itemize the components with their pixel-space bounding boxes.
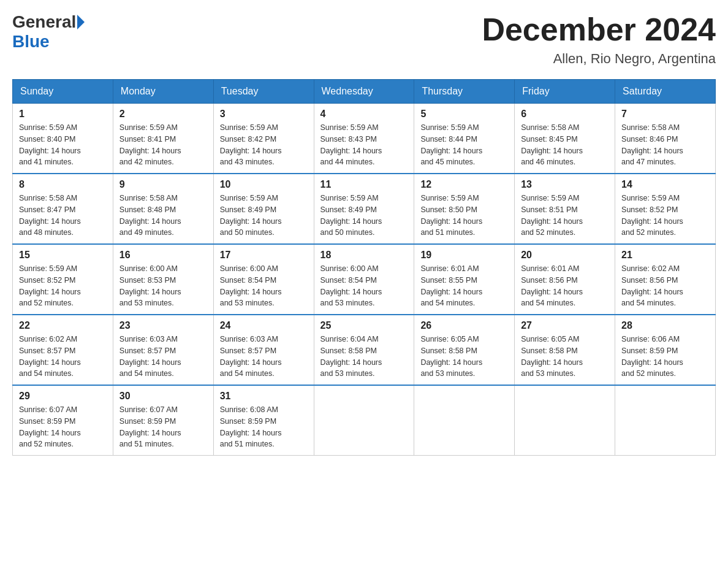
- weekday-header-saturday: Saturday: [615, 80, 716, 104]
- day-info: Sunrise: 5:59 AMSunset: 8:43 PMDaylight:…: [320, 122, 408, 168]
- day-info: Sunrise: 5:58 AMSunset: 8:48 PMDaylight:…: [119, 193, 207, 239]
- day-info: Sunrise: 5:59 AMSunset: 8:49 PMDaylight:…: [220, 193, 308, 239]
- calendar-day-cell: 18Sunrise: 6:00 AMSunset: 8:54 PMDayligh…: [314, 244, 414, 315]
- day-info: Sunrise: 6:00 AMSunset: 8:53 PMDaylight:…: [119, 263, 207, 309]
- day-number: 19: [420, 250, 508, 261]
- calendar-day-cell: 9Sunrise: 5:58 AMSunset: 8:48 PMDaylight…: [113, 174, 213, 244]
- day-info: Sunrise: 5:59 AMSunset: 8:42 PMDaylight:…: [220, 122, 308, 168]
- calendar-day-cell: 13Sunrise: 5:59 AMSunset: 8:51 PMDayligh…: [515, 174, 615, 244]
- day-info: Sunrise: 5:59 AMSunset: 8:44 PMDaylight:…: [420, 122, 508, 168]
- calendar-day-cell: 16Sunrise: 6:00 AMSunset: 8:53 PMDayligh…: [113, 244, 213, 315]
- calendar-day-cell: 8Sunrise: 5:58 AMSunset: 8:47 PMDaylight…: [13, 174, 113, 244]
- calendar-day-cell: 23Sunrise: 6:03 AMSunset: 8:57 PMDayligh…: [113, 315, 213, 385]
- day-info: Sunrise: 6:01 AMSunset: 8:56 PMDaylight:…: [521, 263, 609, 309]
- calendar-week-row: 15Sunrise: 5:59 AMSunset: 8:52 PMDayligh…: [13, 244, 716, 315]
- day-number: 18: [320, 250, 408, 261]
- day-number: 11: [320, 179, 408, 190]
- day-info: Sunrise: 6:00 AMSunset: 8:54 PMDaylight:…: [320, 263, 408, 309]
- day-info: Sunrise: 5:58 AMSunset: 8:46 PMDaylight:…: [621, 122, 709, 168]
- page-header: General Blue December 2024 Allen, Rio Ne…: [12, 12, 716, 67]
- day-info: Sunrise: 6:08 AMSunset: 8:59 PMDaylight:…: [220, 404, 308, 450]
- day-info: Sunrise: 6:05 AMSunset: 8:58 PMDaylight:…: [420, 334, 508, 380]
- day-info: Sunrise: 5:58 AMSunset: 8:47 PMDaylight:…: [19, 193, 107, 239]
- calendar-day-cell: 21Sunrise: 6:02 AMSunset: 8:56 PMDayligh…: [615, 244, 716, 315]
- day-info: Sunrise: 5:59 AMSunset: 8:52 PMDaylight:…: [19, 263, 107, 309]
- calendar-day-cell: 11Sunrise: 5:59 AMSunset: 8:49 PMDayligh…: [314, 174, 414, 244]
- day-info: Sunrise: 5:59 AMSunset: 8:50 PMDaylight:…: [420, 193, 508, 239]
- calendar-day-cell: 29Sunrise: 6:07 AMSunset: 8:59 PMDayligh…: [13, 385, 113, 456]
- day-info: Sunrise: 5:59 AMSunset: 8:40 PMDaylight:…: [19, 122, 107, 168]
- calendar-day-cell: 14Sunrise: 5:59 AMSunset: 8:52 PMDayligh…: [615, 174, 716, 244]
- day-number: 3: [220, 109, 308, 120]
- calendar-day-cell: 20Sunrise: 6:01 AMSunset: 8:56 PMDayligh…: [515, 244, 615, 315]
- day-number: 24: [220, 320, 308, 331]
- day-number: 7: [621, 109, 709, 120]
- day-info: Sunrise: 6:00 AMSunset: 8:54 PMDaylight:…: [220, 263, 308, 309]
- day-number: 20: [521, 250, 609, 261]
- day-info: Sunrise: 5:59 AMSunset: 8:52 PMDaylight:…: [621, 193, 709, 239]
- calendar-day-cell: 31Sunrise: 6:08 AMSunset: 8:59 PMDayligh…: [213, 385, 314, 456]
- calendar-week-row: 29Sunrise: 6:07 AMSunset: 8:59 PMDayligh…: [13, 385, 716, 456]
- weekday-header-thursday: Thursday: [414, 80, 515, 104]
- empty-cell: [615, 385, 716, 456]
- calendar-day-cell: 2Sunrise: 5:59 AMSunset: 8:41 PMDaylight…: [113, 104, 213, 174]
- empty-cell: [414, 385, 515, 456]
- calendar-day-cell: 26Sunrise: 6:05 AMSunset: 8:58 PMDayligh…: [414, 315, 515, 385]
- weekday-header-row: SundayMondayTuesdayWednesdayThursdayFrid…: [13, 80, 716, 104]
- day-number: 23: [119, 320, 207, 331]
- calendar-day-cell: 15Sunrise: 5:59 AMSunset: 8:52 PMDayligh…: [13, 244, 113, 315]
- weekday-header-sunday: Sunday: [13, 80, 113, 104]
- weekday-header-monday: Monday: [113, 80, 213, 104]
- calendar-day-cell: 12Sunrise: 5:59 AMSunset: 8:50 PMDayligh…: [414, 174, 515, 244]
- day-number: 10: [220, 179, 308, 190]
- day-info: Sunrise: 6:03 AMSunset: 8:57 PMDaylight:…: [220, 334, 308, 380]
- calendar-day-cell: 30Sunrise: 6:07 AMSunset: 8:59 PMDayligh…: [113, 385, 213, 456]
- location-title: Allen, Rio Negro, Argentina: [482, 51, 716, 67]
- logo: General Blue: [12, 12, 85, 52]
- calendar-day-cell: 6Sunrise: 5:58 AMSunset: 8:45 PMDaylight…: [515, 104, 615, 174]
- calendar-day-cell: 4Sunrise: 5:59 AMSunset: 8:43 PMDaylight…: [314, 104, 414, 174]
- day-number: 1: [19, 109, 107, 120]
- empty-cell: [314, 385, 414, 456]
- day-number: 21: [621, 250, 709, 261]
- day-number: 22: [19, 320, 107, 331]
- day-number: 29: [19, 391, 107, 402]
- day-info: Sunrise: 5:59 AMSunset: 8:51 PMDaylight:…: [521, 193, 609, 239]
- day-number: 17: [220, 250, 308, 261]
- day-number: 25: [320, 320, 408, 331]
- weekday-header-wednesday: Wednesday: [314, 80, 414, 104]
- day-info: Sunrise: 5:59 AMSunset: 8:49 PMDaylight:…: [320, 193, 408, 239]
- day-info: Sunrise: 6:03 AMSunset: 8:57 PMDaylight:…: [119, 334, 207, 380]
- day-number: 4: [320, 109, 408, 120]
- day-info: Sunrise: 6:06 AMSunset: 8:59 PMDaylight:…: [621, 334, 709, 380]
- logo-blue-text: Blue: [12, 32, 50, 52]
- month-title: December 2024: [482, 12, 716, 47]
- logo-general-text: General: [12, 12, 76, 32]
- day-info: Sunrise: 6:01 AMSunset: 8:55 PMDaylight:…: [420, 263, 508, 309]
- day-number: 31: [220, 391, 308, 402]
- day-number: 13: [521, 179, 609, 190]
- calendar-week-row: 1Sunrise: 5:59 AMSunset: 8:40 PMDaylight…: [13, 104, 716, 174]
- calendar-day-cell: 22Sunrise: 6:02 AMSunset: 8:57 PMDayligh…: [13, 315, 113, 385]
- calendar-day-cell: 5Sunrise: 5:59 AMSunset: 8:44 PMDaylight…: [414, 104, 515, 174]
- calendar-week-row: 22Sunrise: 6:02 AMSunset: 8:57 PMDayligh…: [13, 315, 716, 385]
- day-number: 9: [119, 179, 207, 190]
- calendar-day-cell: 28Sunrise: 6:06 AMSunset: 8:59 PMDayligh…: [615, 315, 716, 385]
- day-info: Sunrise: 5:58 AMSunset: 8:45 PMDaylight:…: [521, 122, 609, 168]
- calendar-day-cell: 17Sunrise: 6:00 AMSunset: 8:54 PMDayligh…: [213, 244, 314, 315]
- day-info: Sunrise: 5:59 AMSunset: 8:41 PMDaylight:…: [119, 122, 207, 168]
- calendar-table: SundayMondayTuesdayWednesdayThursdayFrid…: [12, 79, 716, 456]
- title-area: December 2024 Allen, Rio Negro, Argentin…: [482, 12, 716, 67]
- calendar-day-cell: 27Sunrise: 6:05 AMSunset: 8:58 PMDayligh…: [515, 315, 615, 385]
- day-number: 15: [19, 250, 107, 261]
- day-number: 5: [420, 109, 508, 120]
- day-number: 8: [19, 179, 107, 190]
- day-info: Sunrise: 6:02 AMSunset: 8:56 PMDaylight:…: [621, 263, 709, 309]
- calendar-day-cell: 10Sunrise: 5:59 AMSunset: 8:49 PMDayligh…: [213, 174, 314, 244]
- day-number: 6: [521, 109, 609, 120]
- day-number: 12: [420, 179, 508, 190]
- day-number: 26: [420, 320, 508, 331]
- day-number: 2: [119, 109, 207, 120]
- calendar-day-cell: 24Sunrise: 6:03 AMSunset: 8:57 PMDayligh…: [213, 315, 314, 385]
- day-info: Sunrise: 6:02 AMSunset: 8:57 PMDaylight:…: [19, 334, 107, 380]
